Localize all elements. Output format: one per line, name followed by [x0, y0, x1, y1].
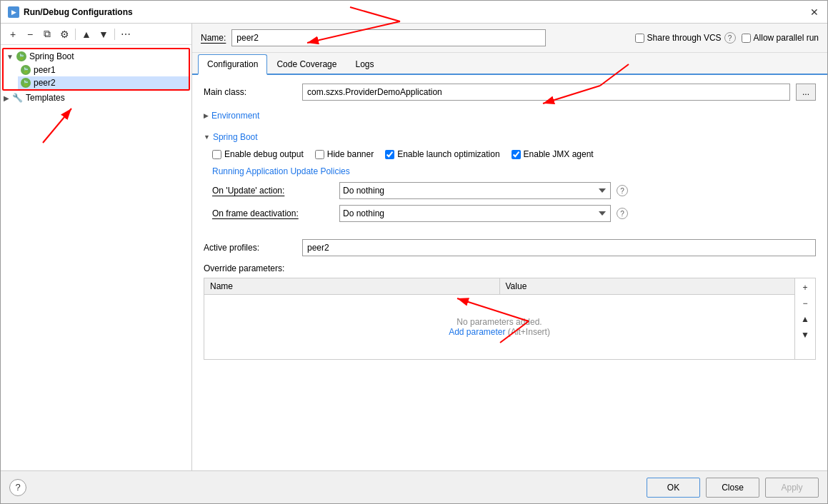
- chevron-down-icon: ▼: [6, 53, 14, 61]
- env-chevron-icon: ▶: [204, 112, 209, 119]
- separator2: [114, 29, 115, 40]
- tabs-row: Configuration Code Coverage Logs: [192, 53, 827, 75]
- update-action-row: On 'Update' action: Do nothing Update re…: [212, 182, 816, 199]
- peer1-icon: 🍃: [21, 65, 31, 75]
- close-icon[interactable]: ✕: [809, 6, 820, 18]
- copy-button[interactable]: ⧉: [39, 26, 55, 42]
- templates-group[interactable]: ▶ 🔧 Templates: [1, 91, 191, 105]
- name-input[interactable]: [231, 29, 546, 46]
- frame-deactivation-row: On frame deactivation: Do nothing Update…: [212, 205, 816, 222]
- tab-logs[interactable]: Logs: [346, 54, 383, 75]
- spring-boot-icon: 🍃: [16, 51, 26, 61]
- peer1-label: peer1: [34, 65, 56, 75]
- peer1-item[interactable]: 🍃 peer1: [18, 64, 189, 76]
- active-profiles-input[interactable]: [302, 239, 816, 256]
- peer2-item[interactable]: 🍃 peer2: [18, 76, 189, 89]
- frame-deactivation-help-icon[interactable]: ?: [617, 208, 628, 219]
- settings-button[interactable]: ⚙: [56, 26, 72, 42]
- enable-debug-checkbox[interactable]: [212, 150, 221, 159]
- table-header-row: Name Value: [204, 278, 794, 295]
- table-add-button[interactable]: +: [797, 280, 814, 296]
- add-param-hint: (Alt+Insert): [508, 327, 550, 337]
- peer2-label: peer2: [34, 78, 56, 88]
- share-vcs-label: Share through VCS: [647, 33, 722, 43]
- empty-text: No parameters added.: [457, 317, 542, 327]
- ok-button[interactable]: OK: [647, 478, 700, 498]
- title-bar: ▶ Run/Debug Configurations ✕: [1, 1, 827, 24]
- chevron-right-icon: ▶: [4, 94, 9, 102]
- environment-label: Environment: [211, 111, 259, 121]
- spring-boot-group[interactable]: ▼ 🍃 Spring Boot: [4, 49, 189, 64]
- spring-boot-header[interactable]: ▼ Spring Boot: [204, 129, 816, 145]
- policies-title: Running Application Update Policies: [212, 166, 816, 176]
- enable-launch-label: Enable launch optimization: [397, 149, 499, 159]
- left-panel: + − ⧉ ⚙ ▲ ▼ ⋯ ▼ 🍃 Spr: [1, 24, 192, 470]
- frame-deactivation-label: On frame deactivation:: [212, 208, 334, 218]
- spring-boot-label: Spring Boot: [29, 51, 74, 61]
- environment-header[interactable]: ▶ Environment: [204, 108, 816, 124]
- apply-button[interactable]: Apply: [765, 478, 819, 498]
- tree-toolbar: + − ⧉ ⚙ ▲ ▼ ⋯: [1, 24, 191, 45]
- close-dialog-button[interactable]: Close: [706, 478, 759, 498]
- window-title: Run/Debug Configurations: [24, 7, 133, 17]
- peer2-icon: 🍃: [21, 78, 31, 88]
- share-vcs-group: Share through VCS ?: [635, 32, 736, 44]
- spring-boot-section-label: Spring Boot: [213, 132, 258, 142]
- enable-jmx-label: Enable JMX agent: [524, 149, 594, 159]
- table-actions: + − ▲ ▼: [794, 278, 815, 359]
- frame-deactivation-select[interactable]: Do nothing Update resources Update class…: [339, 205, 611, 222]
- browse-button[interactable]: ...: [796, 84, 816, 101]
- name-label: Name:: [201, 33, 226, 43]
- window-icon: ▶: [8, 6, 19, 18]
- separator: [75, 29, 76, 40]
- more-button[interactable]: ⋯: [118, 26, 134, 42]
- environment-section: ▶ Environment: [204, 108, 816, 124]
- add-button[interactable]: +: [5, 26, 21, 42]
- update-action-label: On 'Update' action:: [212, 186, 334, 196]
- spring-boot-chevron-icon: ▼: [204, 133, 210, 141]
- active-profiles-label: Active profiles:: [204, 243, 296, 253]
- update-action-select[interactable]: Do nothing Update resources Update class…: [339, 182, 611, 199]
- tree-view: ▼ 🍃 Spring Boot 🍃 peer1 🍃 peer2: [1, 45, 191, 470]
- main-class-input[interactable]: [302, 84, 790, 101]
- override-title: Override parameters:: [204, 263, 816, 273]
- running-policies: Running Application Update Policies On '…: [212, 166, 816, 222]
- move-down-button[interactable]: ▼: [96, 26, 111, 42]
- col-value: Value: [500, 278, 795, 294]
- table-main: Name Value No parameters added. Add para…: [204, 278, 794, 359]
- share-vcs-checkbox[interactable]: [635, 34, 644, 43]
- enable-jmx-item: Enable JMX agent: [512, 149, 594, 159]
- table-body: No parameters added. Add parameter (Alt+…: [204, 295, 794, 359]
- remove-button[interactable]: −: [22, 26, 38, 42]
- bottom-bar: ? OK Close Apply: [1, 470, 827, 503]
- wrench-icon: 🔧: [12, 93, 23, 103]
- table-down-button[interactable]: ▼: [797, 327, 814, 343]
- col-name: Name: [204, 278, 500, 294]
- hide-banner-item: Hide banner: [315, 149, 374, 159]
- spring-boot-group-highlight: ▼ 🍃 Spring Boot 🍃 peer1 🍃 peer2: [2, 48, 190, 91]
- hide-banner-label: Hide banner: [327, 149, 374, 159]
- hide-banner-checkbox[interactable]: [315, 150, 324, 159]
- header-options: Share through VCS ? Allow parallel run: [635, 32, 819, 44]
- enable-jmx-checkbox[interactable]: [512, 150, 521, 159]
- tab-code-coverage[interactable]: Code Coverage: [267, 54, 346, 75]
- tab-configuration[interactable]: Configuration: [198, 54, 267, 75]
- enable-debug-label: Enable debug output: [224, 149, 304, 159]
- help-button[interactable]: ?: [9, 479, 26, 496]
- move-up-button[interactable]: ▲: [79, 26, 94, 42]
- name-row: Name: Share through VCS ? Allow parallel…: [192, 24, 827, 53]
- table-up-button[interactable]: ▲: [797, 311, 814, 327]
- templates-label: Templates: [26, 93, 65, 103]
- table-remove-button[interactable]: −: [797, 296, 814, 311]
- enable-launch-checkbox[interactable]: [385, 150, 394, 159]
- update-action-help-icon[interactable]: ?: [617, 185, 628, 196]
- main-class-row: Main class: ...: [204, 84, 816, 101]
- add-parameter-link[interactable]: Add parameter: [449, 327, 505, 337]
- dialog-buttons: OK Close Apply: [647, 478, 819, 498]
- spring-boot-section: ▼ Spring Boot Enable debug output: [204, 129, 816, 233]
- enable-debug-item: Enable debug output: [212, 149, 304, 159]
- parallel-run-group: Allow parallel run: [742, 33, 819, 43]
- active-profiles-row: Active profiles:: [204, 239, 816, 256]
- share-vcs-help-icon[interactable]: ?: [724, 32, 736, 44]
- allow-parallel-checkbox[interactable]: [742, 34, 751, 43]
